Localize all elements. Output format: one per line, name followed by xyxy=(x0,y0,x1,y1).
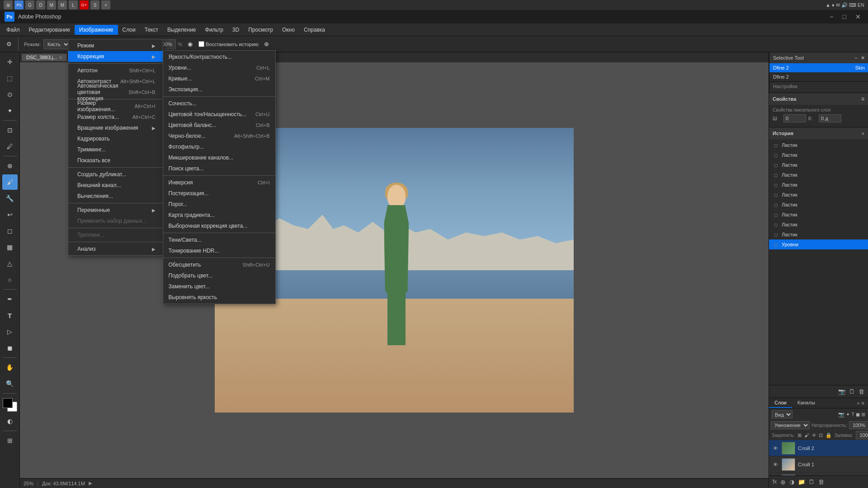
filter-smartobj-icon[interactable]: ⊞ xyxy=(861,412,865,418)
tool-clone[interactable]: 🔧 xyxy=(2,191,18,206)
menu-crop[interactable]: Кадрировать xyxy=(68,133,163,144)
os-icon-4[interactable]: M xyxy=(47,0,56,9)
submenu-invert[interactable]: Инверсия Ctrl+I xyxy=(163,177,275,188)
tool-path-select[interactable]: ▷ xyxy=(2,324,18,339)
history-snapshot-btn[interactable]: 📷 xyxy=(838,388,845,395)
submenu-hsl[interactable]: Цветовой тон/Насыщенность... Ctrl+U xyxy=(163,109,275,120)
submenu-selective-color[interactable]: Выборочная коррекция цвета... xyxy=(163,221,275,231)
lock-all-btn[interactable]: 🔒 xyxy=(826,432,832,438)
history-item-4[interactable]: ◻ Ластик xyxy=(769,170,868,180)
filter-shape-icon[interactable]: ◼ xyxy=(856,412,860,418)
tool-crop[interactable]: ⊡ xyxy=(2,122,18,138)
tool-text[interactable]: T xyxy=(2,308,18,323)
submenu-match-color[interactable]: Подобрать цвет... xyxy=(163,270,275,281)
layer-1-visibility[interactable]: 👁 xyxy=(772,445,779,452)
toolbar-options-btn[interactable]: ⚙ xyxy=(3,38,15,51)
new-layer-btn[interactable]: 🗒 xyxy=(809,479,815,486)
maximize-button[interactable]: □ xyxy=(840,12,849,21)
menu-filter[interactable]: Фильтр xyxy=(201,25,228,35)
toolbar-airbrush-btn[interactable]: ◉ xyxy=(184,38,197,51)
menu-reveal-all[interactable]: Показать все xyxy=(68,155,163,166)
tool-brush[interactable]: 🖌 xyxy=(2,174,18,190)
layer-item-1[interactable]: 👁 Слой 2 xyxy=(769,440,868,456)
menu-3d[interactable]: 3D xyxy=(228,25,244,35)
selective-minimize[interactable]: − xyxy=(855,55,858,61)
menu-select[interactable]: Выделение xyxy=(163,25,201,35)
submenu-brightness[interactable]: Яркость/Контрастность... xyxy=(163,52,275,62)
submenu-color-lookup[interactable]: Поиск цвета... xyxy=(163,163,275,174)
menu-apply-image[interactable]: Внешний канал... xyxy=(68,180,163,191)
canvas-tab-close[interactable]: ✕ xyxy=(59,55,62,60)
menu-duplicate[interactable]: Создать дубликат... xyxy=(68,169,163,180)
add-style-btn[interactable]: fx xyxy=(773,479,777,486)
tool-eraser[interactable]: ◻ xyxy=(2,223,18,239)
history-new-btn[interactable]: 🗒 xyxy=(849,388,855,395)
menu-trapping[interactable]: Треппинг... xyxy=(68,230,163,240)
menu-rotate[interactable]: Вращение изображения ▶ xyxy=(68,122,163,133)
menu-edit[interactable]: Редактирование xyxy=(24,25,75,35)
coord-x-input[interactable] xyxy=(819,114,841,122)
selective-close[interactable]: ✕ xyxy=(861,55,865,61)
os-icon-8[interactable]: S xyxy=(90,0,99,9)
menu-file[interactable]: Файл xyxy=(2,25,24,35)
tool-shape[interactable]: ◼ xyxy=(2,340,18,356)
layers-fill-input[interactable] xyxy=(856,431,868,439)
menu-text[interactable]: Текст xyxy=(140,25,163,35)
menu-window[interactable]: Окно xyxy=(278,25,299,35)
os-icon-7[interactable]: G+ xyxy=(80,0,89,9)
lock-transparent-btn[interactable]: ⊞ xyxy=(797,432,802,438)
lock-pixel-btn[interactable]: 🖌 xyxy=(804,432,809,438)
restore-history-input[interactable] xyxy=(198,41,204,47)
coord-w-input[interactable] xyxy=(783,114,806,122)
tool-gradient[interactable]: ▦ xyxy=(2,239,18,255)
tool-history-brush[interactable]: ↩ xyxy=(2,207,18,222)
layer-item-2[interactable]: 👁 Слой 1 xyxy=(769,456,868,473)
toolbar-mode-select[interactable]: Кисть xyxy=(43,39,70,49)
menu-help[interactable]: Справка xyxy=(299,25,330,35)
submenu-equalize[interactable]: Выровнять яркость xyxy=(163,292,275,303)
new-adjustment-btn[interactable]: ◑ xyxy=(789,479,794,486)
history-item-3[interactable]: ◻ Ластик xyxy=(769,160,868,170)
tool-pen[interactable]: ✒ xyxy=(2,291,18,307)
layers-collapse[interactable]: « xyxy=(857,400,859,406)
submenu-bw[interactable]: Черно-белое... Alt+Shift+Ctrl+B xyxy=(163,131,275,141)
new-group-btn[interactable]: 📁 xyxy=(798,479,805,486)
tool-blur[interactable]: △ xyxy=(2,256,18,271)
submenu-curves[interactable]: Кривые... Ctrl+M xyxy=(163,73,275,84)
os-icon-5[interactable]: M xyxy=(58,0,67,9)
screen-mode-btn[interactable]: ⊞ xyxy=(2,433,18,448)
delete-layer-btn[interactable]: 🗑 xyxy=(818,479,824,486)
os-icon-3[interactable]: D xyxy=(36,0,45,9)
add-mask-btn[interactable]: ⊕ xyxy=(780,479,786,486)
history-item-8[interactable]: ◻ Ластик xyxy=(769,210,868,220)
tool-magic-wand[interactable]: ✦ xyxy=(2,103,18,118)
filter-type-icon[interactable]: T xyxy=(851,412,854,418)
close-button[interactable]: ✕ xyxy=(853,12,863,21)
menu-image-size[interactable]: Размер изображения... Alt+Ctrl+I xyxy=(68,101,163,112)
os-icon-2[interactable]: G xyxy=(25,0,34,9)
tool-eyedropper[interactable]: 🖊 xyxy=(2,139,18,154)
submenu-vibrance[interactable]: Сочность... xyxy=(163,98,275,109)
properties-header[interactable]: Свойства ≡ xyxy=(769,93,868,105)
tab-channels[interactable]: Каналы xyxy=(792,398,821,408)
os-icon-9[interactable]: + xyxy=(101,0,110,9)
history-item-1[interactable]: ◻ Ластик xyxy=(769,140,868,150)
history-item-9[interactable]: ◻ Ластик xyxy=(769,220,868,230)
submenu-hdr-toning[interactable]: Тонирование HDR... xyxy=(163,245,275,256)
menu-auto-color[interactable]: Автоматическая цветовая коррекция Shift+… xyxy=(68,87,163,98)
history-item-7[interactable]: ◻ Ластик xyxy=(769,200,868,210)
tool-healing[interactable]: ⊕ xyxy=(2,158,18,174)
submenu-posterize[interactable]: Постеризация... xyxy=(163,188,275,199)
history-item-5[interactable]: ◻ Ластик xyxy=(769,180,868,190)
selective-item-1[interactable]: Dfine 2 Skin xyxy=(769,63,868,72)
tool-move[interactable]: ✛ xyxy=(2,54,18,70)
minimize-button[interactable]: − xyxy=(827,12,836,21)
history-item-6[interactable]: ◻ Ластик xyxy=(769,190,868,200)
restore-history-checkbox[interactable]: Восстановить историю xyxy=(198,41,259,47)
layer-2-visibility[interactable]: 👁 xyxy=(772,461,779,468)
filter-pixel-icon[interactable]: 📷 xyxy=(838,412,844,418)
submenu-channel-mix[interactable]: Микширование каналов... xyxy=(163,152,275,163)
foreground-color-swatch[interactable] xyxy=(3,398,13,408)
toolbar-extra-btn[interactable]: ⊕ xyxy=(260,38,273,51)
canvas-tab-1[interactable]: DSC_3883.j... ✕ xyxy=(22,54,67,61)
